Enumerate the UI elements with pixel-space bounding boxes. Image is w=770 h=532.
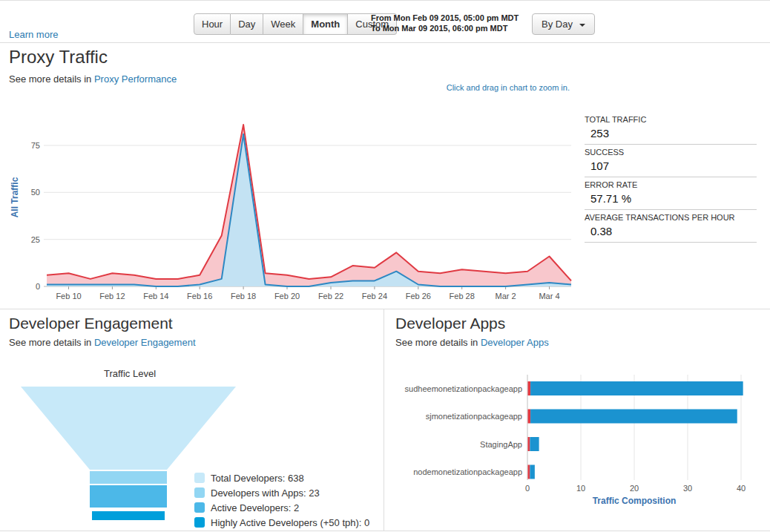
stat-value: 253 bbox=[585, 124, 757, 139]
legend-active-developers[interactable]: Active Developers: 2 bbox=[194, 500, 369, 515]
svg-text:0: 0 bbox=[36, 282, 40, 291]
svg-text:30: 30 bbox=[683, 484, 692, 493]
svg-text:0: 0 bbox=[525, 484, 530, 493]
svg-text:Feb 24: Feb 24 bbox=[362, 292, 387, 301]
legend-label: Active Developers: 2 bbox=[211, 502, 299, 513]
svg-text:Feb 10: Feb 10 bbox=[56, 292, 81, 301]
svg-text:20: 20 bbox=[630, 484, 639, 493]
bottom-divider bbox=[0, 531, 770, 531]
developer-apps-chart: 010203040sudheemonetizationpackageappsjm… bbox=[384, 370, 766, 510]
developer-apps-subtitle: See more details in Developer Apps bbox=[395, 337, 549, 348]
date-range-display: From Mon Feb 09 2015, 05:00 pm MDT To Mo… bbox=[371, 13, 519, 33]
funnel-legend: Total Developers: 638 Developers with Ap… bbox=[194, 470, 369, 530]
svg-text:Traffic Composition: Traffic Composition bbox=[593, 496, 677, 506]
funnel-chart-title: Traffic Level bbox=[63, 368, 197, 379]
legend-total-developers[interactable]: Total Developers: 638 bbox=[194, 470, 369, 485]
svg-text:Feb 20: Feb 20 bbox=[274, 292, 300, 301]
legend-swatch-icon bbox=[194, 517, 205, 528]
stat-success: SUCCESS 107 bbox=[585, 145, 757, 177]
legend-label: Developers with Apps: 23 bbox=[211, 487, 320, 499]
legend-swatch-icon bbox=[194, 502, 205, 513]
svg-text:StagingApp: StagingApp bbox=[480, 440, 522, 449]
svg-text:Feb 14: Feb 14 bbox=[143, 292, 168, 301]
stat-avg-tph: AVERAGE TRANSACTIONS PER HOUR 0.38 bbox=[585, 210, 757, 243]
learn-more-link[interactable]: Learn more bbox=[9, 29, 58, 40]
proxy-traffic-title: Proxy Traffic bbox=[9, 47, 108, 68]
svg-text:Feb 28: Feb 28 bbox=[450, 292, 475, 301]
stat-label: AVERAGE TRANSACTIONS PER HOUR bbox=[585, 213, 757, 222]
stat-value: 107 bbox=[585, 157, 757, 172]
svg-text:Feb 18: Feb 18 bbox=[231, 292, 256, 301]
svg-text:sudheemonetizationpackageapp: sudheemonetizationpackageapp bbox=[405, 384, 522, 393]
range-hour-button[interactable]: Hour bbox=[194, 13, 231, 35]
svg-text:Feb 16: Feb 16 bbox=[187, 292, 212, 301]
legend-label: Total Developers: 638 bbox=[211, 473, 304, 484]
svg-text:Feb 26: Feb 26 bbox=[406, 292, 431, 301]
legend-label: Highly Active Developers (+50 tph): 0 bbox=[211, 517, 369, 528]
proxy-traffic-chart[interactable]: 0255075Feb 10Feb 12Feb 14Feb 16Feb 18Feb… bbox=[0, 105, 579, 303]
interval-dropdown-button[interactable]: By Day bbox=[532, 13, 595, 35]
interval-dropdown-label: By Day bbox=[542, 19, 573, 30]
stat-value: 0.38 bbox=[585, 222, 757, 237]
header-divider bbox=[0, 42, 770, 43]
range-day-button[interactable]: Day bbox=[231, 13, 263, 35]
svg-text:Feb 12: Feb 12 bbox=[99, 292, 125, 301]
svg-text:Mar 4: Mar 4 bbox=[539, 292, 559, 301]
legend-swatch-icon bbox=[194, 487, 205, 498]
developer-engagement-link[interactable]: Developer Engagement bbox=[94, 337, 196, 348]
svg-text:50: 50 bbox=[31, 188, 40, 197]
traffic-stats-panel: TOTAL TRAFFIC 253 SUCCESS 107 ERROR RATE… bbox=[585, 112, 757, 243]
legend-highly-active-developers[interactable]: Highly Active Developers (+50 tph): 0 bbox=[194, 515, 369, 530]
svg-text:10: 10 bbox=[576, 484, 585, 493]
stat-total-traffic: TOTAL TRAFFIC 253 bbox=[585, 112, 757, 145]
subtitle-prefix: See more details in bbox=[395, 337, 481, 348]
legend-developers-with-apps[interactable]: Developers with Apps: 23 bbox=[194, 485, 369, 500]
legend-swatch-icon bbox=[194, 473, 205, 483]
developer-engagement-subtitle: See more details in Developer Engagement bbox=[9, 337, 196, 348]
range-month-button[interactable]: Month bbox=[303, 13, 348, 35]
stat-value: 57.71 % bbox=[585, 189, 757, 205]
stat-label: ERROR RATE bbox=[585, 180, 757, 189]
developer-apps-link[interactable]: Developer Apps bbox=[481, 337, 549, 348]
svg-text:25: 25 bbox=[31, 235, 40, 244]
time-range-button-group: Hour Day Week Month Custom bbox=[194, 13, 397, 35]
stat-label: SUCCESS bbox=[585, 148, 757, 157]
developer-engagement-title: Developer Engagement bbox=[9, 315, 173, 332]
date-to-text: To Mon Mar 09 2015, 06:00 pm MDT bbox=[371, 23, 519, 33]
svg-text:Feb 22: Feb 22 bbox=[318, 292, 343, 301]
svg-text:sjmonetizationpackageapp: sjmonetizationpackageapp bbox=[426, 412, 522, 421]
zoom-hint-text: Click and drag in chart to zoom in. bbox=[0, 83, 570, 92]
date-from-text: From Mon Feb 09 2015, 05:00 pm MDT bbox=[371, 13, 519, 23]
stat-error-rate: ERROR RATE 57.71 % bbox=[585, 177, 757, 210]
svg-text:All Traffic: All Traffic bbox=[10, 177, 20, 217]
subtitle-prefix: See more details in bbox=[9, 337, 94, 348]
svg-text:Mar 2: Mar 2 bbox=[496, 292, 516, 301]
analytics-dashboard: Learn more Hour Day Week Month Custom Fr… bbox=[0, 0, 770, 532]
svg-text:75: 75 bbox=[31, 141, 40, 150]
range-week-button[interactable]: Week bbox=[263, 13, 303, 35]
section-divider bbox=[0, 309, 770, 309]
caret-down-icon bbox=[579, 24, 585, 27]
svg-text:40: 40 bbox=[737, 484, 746, 493]
svg-text:nodemonetizationpackageapp: nodemonetizationpackageapp bbox=[413, 467, 522, 476]
stat-label: TOTAL TRAFFIC bbox=[585, 115, 757, 124]
developer-apps-title: Developer Apps bbox=[395, 315, 505, 332]
